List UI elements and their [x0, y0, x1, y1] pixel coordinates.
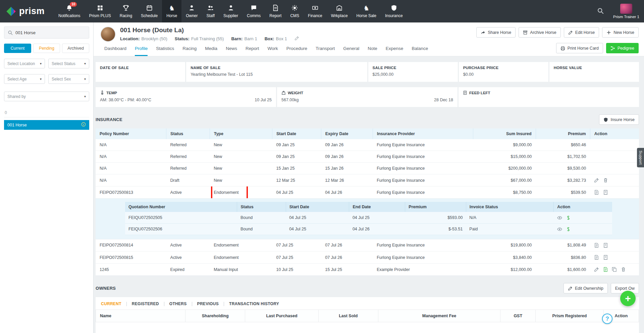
col-premium[interactable]: Premium — [536, 128, 590, 139]
tab-procedure[interactable]: Procedure — [286, 43, 307, 56]
col-expiry-date[interactable]: Expiry Date — [321, 128, 373, 139]
tab-racing[interactable]: Racing — [182, 43, 197, 56]
col-owner-name[interactable]: Name — [96, 310, 185, 322]
owners-tab-registered[interactable]: REGISTERED — [132, 301, 159, 306]
col-gst[interactable]: GST — [500, 310, 536, 322]
policy-document-icon[interactable] — [594, 255, 599, 260]
insurance-row[interactable]: 1245 Expired Manual Input 10 Jul 25 15 J… — [96, 264, 639, 276]
insurance-row[interactable]: N/A Referred New 09 Jan 25 09 Jan 26 Fur… — [96, 151, 639, 163]
select-location-dropdown[interactable]: Select Location▾ — [4, 59, 45, 68]
view-icon[interactable] — [557, 227, 562, 232]
edit-ownership-button[interactable]: Edit Ownership — [564, 283, 608, 293]
delete-icon[interactable] — [603, 178, 608, 183]
owners-tab-others[interactable]: OTHERS — [169, 301, 187, 306]
insure-horse-button[interactable]: Insure Horse — [599, 114, 639, 125]
delete-icon[interactable] — [621, 267, 626, 272]
policy-document-icon[interactable] — [594, 190, 599, 195]
select-sex-dropdown[interactable]: Select Sex▾ — [48, 74, 89, 84]
invoice-icon[interactable] — [603, 190, 608, 195]
edit-icon[interactable] — [594, 267, 599, 272]
nav-item-workplace[interactable]: Wrkplace — [327, 0, 352, 22]
col-management-fee[interactable]: Management Fee — [378, 310, 500, 322]
view-icon[interactable] — [557, 215, 562, 220]
tab-transport[interactable]: Transport — [316, 43, 335, 56]
tab-work[interactable]: Work — [267, 43, 278, 56]
col-quotation-premium[interactable]: Premium — [405, 202, 466, 212]
col-quotation-start[interactable]: Start Date — [286, 202, 349, 212]
policy-document-icon[interactable] — [594, 243, 599, 248]
edit-details-icon[interactable] — [294, 36, 299, 42]
insurance-row-expanded[interactable]: FEIPO072500813 Active Endorsement 04 Jul… — [96, 186, 639, 199]
horse-list-item-selected[interactable]: 001 Horse — [4, 120, 89, 130]
nav-item-staff[interactable]: Staff — [202, 0, 219, 22]
share-horse-button[interactable]: Share Horse — [476, 27, 516, 38]
support-tab[interactable]: Support — [637, 148, 644, 167]
nav-item-owner[interactable]: Owner — [181, 0, 202, 22]
col-quotation-status[interactable]: Status — [237, 202, 286, 212]
add-fab-button[interactable]: + — [620, 291, 636, 306]
quotation-row[interactable]: FEIQU072502505 Bound 04 Jul 25 04 Jul 25… — [125, 212, 612, 223]
col-invoice-status[interactable]: Invoice Status — [466, 202, 553, 212]
select-status-dropdown[interactable]: Select Status▾ — [48, 59, 89, 68]
col-last-sold[interactable]: Last Sold — [318, 310, 378, 322]
owners-tab-previous[interactable]: PREVIOUS — [197, 301, 219, 306]
tab-profile[interactable]: Profile — [135, 43, 148, 56]
col-policy-number[interactable]: Policy Number — [96, 128, 166, 139]
owners-tab-current[interactable]: CURRENT — [101, 301, 121, 306]
col-status[interactable]: Status — [166, 128, 210, 139]
col-action[interactable]: Action — [590, 128, 639, 139]
print-horse-card-button[interactable]: Print Horse Card — [556, 43, 603, 53]
tab-news[interactable]: News — [226, 43, 237, 56]
user-menu[interactable]: Prism Trainer 1 — [613, 4, 639, 19]
tab-media[interactable]: Media — [205, 43, 217, 56]
insurance-row[interactable]: FEIPO072500815 Active Endorsement 07 Jul… — [96, 252, 639, 264]
tab-report[interactable]: Report — [246, 43, 259, 56]
tab-note[interactable]: Note — [368, 43, 377, 56]
info-icon[interactable] — [81, 122, 86, 128]
payment-icon[interactable] — [566, 227, 571, 232]
nav-item-schedule[interactable]: Schedule — [137, 0, 162, 22]
document-green-icon[interactable] — [603, 267, 608, 272]
nav-item-insurance[interactable]: Insurance — [381, 0, 407, 22]
col-sum-insured[interactable]: Sum Insured — [473, 128, 536, 139]
brand-logo-block[interactable]: prism — [0, 6, 54, 16]
insurance-row[interactable]: N/A Referred New 15 Jan 25 15 Jan 26 Fur… — [96, 163, 639, 174]
tab-archived[interactable]: Archived — [62, 44, 89, 53]
quotation-row[interactable]: FEIQU072502506 Bound 04 Jul 25 04 Jul 26… — [125, 223, 612, 235]
col-last-purchased[interactable]: Last Purchased — [245, 310, 319, 322]
tab-dashboard[interactable]: Dashboard — [104, 43, 126, 56]
archive-horse-button[interactable]: Archive Horse — [519, 27, 561, 38]
nav-item-horse[interactable]: ♞ Horse — [162, 0, 181, 22]
invoice-icon[interactable] — [603, 255, 608, 260]
pedigree-button[interactable]: Pedigree — [606, 43, 639, 53]
nav-item-comms[interactable]: Comms — [243, 0, 265, 22]
col-start-date[interactable]: Start Date — [272, 128, 321, 139]
nav-item-cms[interactable]: CMS — [286, 0, 304, 22]
col-quotation-action[interactable]: Action — [554, 202, 612, 212]
insurance-row[interactable]: N/A Draft New 12 Mar 25 12 Mar 26 Furlon… — [96, 174, 639, 186]
nav-item-racing[interactable]: Racing — [115, 0, 137, 22]
owners-tab-transaction-history[interactable]: TRANSACTION HISTORY — [229, 301, 279, 306]
col-shareholding[interactable]: Shareholding — [185, 310, 245, 322]
help-fab-button[interactable]: ? — [602, 314, 612, 324]
nav-item-supplier[interactable]: Supplier — [219, 0, 243, 22]
horse-search-input[interactable] — [15, 30, 86, 35]
edit-horse-button[interactable]: Edit Horse — [564, 27, 599, 38]
tab-current[interactable]: Current — [4, 44, 31, 53]
new-horse-button[interactable]: New Horse — [602, 27, 639, 38]
copy-icon[interactable] — [612, 267, 617, 272]
nav-item-finance[interactable]: Finance — [304, 0, 327, 22]
select-age-dropdown[interactable]: Select Age▾ — [4, 74, 45, 84]
nav-item-horse-sale[interactable]: ♞ Horse Sale — [352, 0, 381, 22]
invoice-icon[interactable] — [603, 243, 608, 248]
tab-statistics[interactable]: Statistics — [156, 43, 174, 56]
edit-icon[interactable] — [594, 178, 599, 183]
col-type[interactable]: Type — [210, 128, 272, 139]
insurance-row[interactable]: N/A Referred New 09 Jan 25 09 Jan 26 Fur… — [96, 139, 639, 151]
shared-by-dropdown[interactable]: Shared by▾ — [4, 92, 89, 101]
col-prism-registered[interactable]: Prism Registered — [536, 310, 603, 322]
insurance-row[interactable]: FEIPO072500814 Active Endorsement 07 Jul… — [96, 239, 639, 251]
tab-balance[interactable]: Balance — [412, 43, 428, 56]
nav-item-notifications[interactable]: 10 Notifications — [54, 0, 85, 22]
col-quotation-end[interactable]: End Date — [349, 202, 405, 212]
